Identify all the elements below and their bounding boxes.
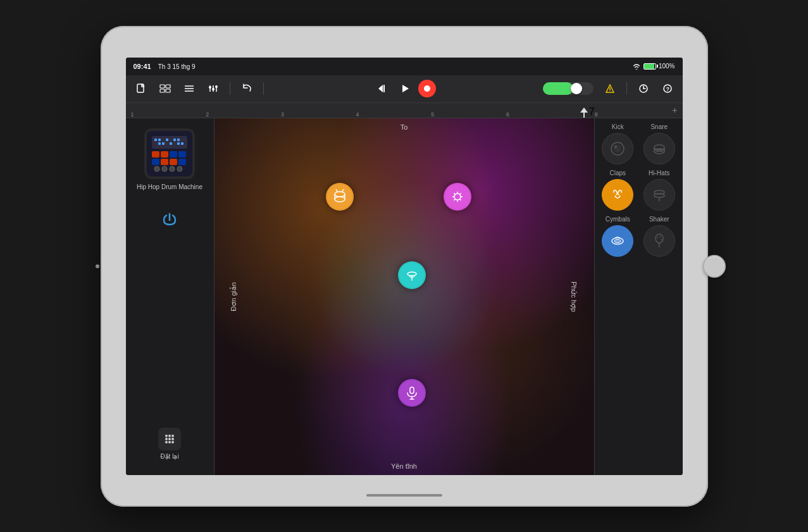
svg-point-105 [659, 236, 661, 237]
svg-line-80 [459, 193, 461, 194]
svg-rect-37 [154, 142, 157, 145]
svg-point-67 [335, 192, 345, 197]
main-area: Hip Hop Drum Machine [126, 118, 683, 475]
svg-rect-52 [178, 159, 186, 165]
svg-point-102 [656, 234, 663, 243]
home-button[interactable] [703, 255, 726, 278]
playhead-icon [580, 108, 588, 118]
metronome-button[interactable] [600, 78, 620, 99]
mixer-button[interactable] [203, 78, 223, 99]
power-button[interactable] [156, 206, 183, 234]
battery-icon [643, 63, 656, 70]
clock-button[interactable] [633, 78, 654, 99]
svg-point-54 [162, 166, 167, 171]
drum-pad-claps: Claps [600, 170, 637, 211]
svg-rect-39 [162, 142, 165, 145]
cymbals-button[interactable] [602, 225, 633, 257]
svg-rect-48 [178, 151, 186, 158]
svg-rect-30 [158, 139, 161, 141]
rewind-button[interactable] [373, 78, 393, 99]
list-view-button[interactable] [179, 78, 199, 99]
kick-button[interactable] [602, 133, 633, 164]
svg-marker-14 [378, 85, 383, 92]
svg-point-101 [614, 239, 621, 242]
side-dot [96, 264, 99, 268]
svg-rect-3 [160, 89, 165, 92]
record-button[interactable] [418, 80, 436, 97]
svg-rect-34 [173, 139, 176, 141]
drum-icon [332, 189, 347, 204]
toolbar-separator-1 [230, 82, 230, 95]
volume-slider[interactable] [543, 82, 594, 95]
reset-label: Đặt lại [160, 453, 178, 460]
shaker-label: Shaker [649, 216, 669, 223]
hihat-icon [404, 268, 420, 283]
svg-rect-15 [383, 85, 385, 92]
new-file-button[interactable] [131, 78, 151, 99]
left-sidebar: Hip Hop Drum Machine [126, 118, 214, 475]
svg-point-90 [614, 145, 617, 148]
svg-point-70 [335, 197, 345, 202]
xy-pad[interactable]: To Yên tĩnh Đơn giản Phức hợp [214, 118, 594, 475]
drum-machine-icon [147, 131, 192, 176]
drum-pad-kick: Kick [600, 123, 637, 164]
svg-point-66 [171, 441, 174, 443]
svg-rect-49 [152, 159, 159, 165]
svg-line-78 [454, 193, 455, 194]
hihats-button[interactable] [643, 179, 675, 211]
drum-pad-shaker: Shaker [641, 216, 678, 257]
xy-node-hihat[interactable] [398, 261, 426, 289]
xy-node-cymbal-top[interactable] [444, 183, 471, 211]
svg-rect-43 [177, 142, 180, 145]
svg-rect-1 [160, 85, 165, 88]
svg-point-55 [170, 166, 175, 171]
svg-rect-44 [181, 142, 183, 145]
svg-rect-31 [162, 139, 165, 141]
xy-axis-top-label: To [401, 123, 408, 131]
svg-rect-36 [181, 139, 183, 141]
xy-axis-left-label: Đơn giản [230, 282, 238, 311]
svg-point-61 [165, 438, 168, 440]
claps-button[interactable] [602, 179, 633, 211]
view-toggle-button[interactable] [155, 78, 175, 99]
svg-point-12 [212, 88, 214, 90]
svg-rect-47 [170, 151, 177, 158]
drum-row-3: Cymbals Shaker [600, 216, 678, 257]
svg-text:?: ? [666, 86, 669, 92]
snare-button[interactable] [643, 133, 675, 164]
svg-point-19 [609, 90, 611, 91]
svg-rect-45 [152, 151, 159, 158]
instrument-thumbnail[interactable] [144, 128, 195, 179]
help-button[interactable]: ? [657, 78, 678, 99]
drum-pad-snare: Snare [641, 123, 678, 164]
xy-node-mic[interactable] [398, 379, 426, 407]
svg-rect-50 [161, 159, 168, 165]
drum-row-1: Kick Snare [600, 123, 678, 164]
svg-point-63 [171, 438, 174, 440]
instrument-card: Hip Hop Drum Machine [137, 128, 202, 191]
add-track-button[interactable]: + [672, 105, 677, 115]
svg-rect-29 [154, 139, 157, 141]
svg-line-81 [454, 199, 455, 200]
svg-point-60 [171, 435, 174, 437]
snare-label: Snare [650, 123, 668, 130]
svg-rect-4 [166, 89, 170, 92]
svg-rect-42 [173, 142, 176, 145]
instrument-name: Hip Hop Drum Machine [137, 183, 202, 191]
kick-label: Kick [612, 123, 624, 130]
svg-point-65 [168, 441, 171, 443]
hihats-label: Hi-Hats [649, 170, 669, 176]
transport-controls [373, 78, 436, 99]
undo-button[interactable] [237, 78, 257, 99]
status-bar: 09:41 Th 3 15 thg 9 100% [126, 58, 683, 75]
svg-point-62 [168, 438, 171, 440]
svg-rect-51 [170, 159, 177, 165]
svg-point-64 [165, 441, 168, 443]
reset-button[interactable]: Đặt lại [158, 428, 181, 460]
ipad-frame: 09:41 Th 3 15 thg 9 100% [101, 26, 708, 507]
shaker-button[interactable] [643, 225, 675, 257]
xy-node-drum[interactable] [326, 183, 354, 211]
play-button[interactable] [395, 78, 416, 99]
drum-row-2: Claps Hi-Hats [600, 170, 678, 211]
svg-point-11 [209, 86, 211, 89]
